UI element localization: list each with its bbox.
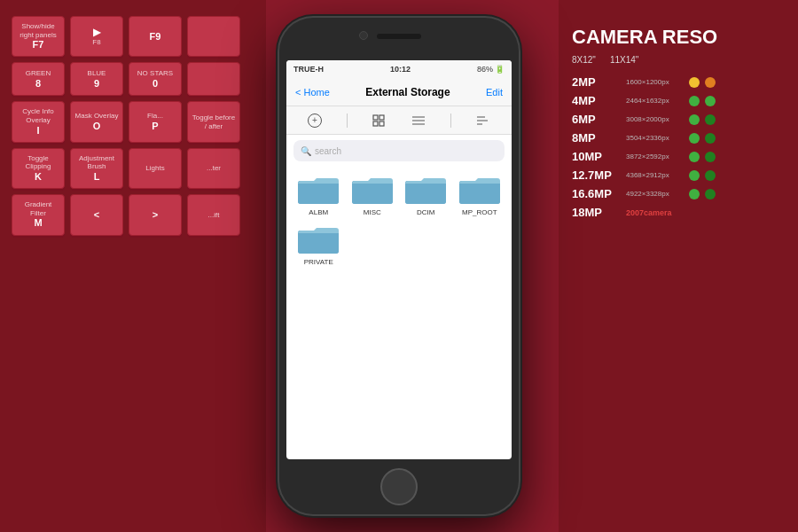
folder-icon-albm bbox=[298, 174, 339, 206]
chart-subtitle: 8X12" 11X14" bbox=[572, 55, 785, 65]
folder-name-dcim: DCIM bbox=[417, 208, 434, 216]
svg-rect-19 bbox=[298, 231, 339, 254]
keyboard-area: Show/hide right panels F7 ▶ F8 F9 GREEN … bbox=[0, 0, 266, 532]
toolbar-list-btn[interactable] bbox=[411, 114, 426, 127]
folder-dcim[interactable]: DCIM bbox=[403, 174, 450, 216]
dot-166mp-2 bbox=[705, 189, 716, 200]
folder-mproot[interactable]: MP_ROOT bbox=[457, 174, 504, 216]
svg-rect-13 bbox=[352, 181, 393, 204]
key-ter[interactable]: ...ter bbox=[187, 148, 240, 189]
mp-6: 6MP bbox=[572, 113, 621, 126]
mp-18: 18MP bbox=[572, 206, 621, 219]
key-blue[interactable]: BLUE 9 bbox=[70, 62, 123, 96]
toolbar-divider-1 bbox=[347, 113, 348, 128]
dot-2mp-2 bbox=[705, 77, 716, 88]
key-cycle-info[interactable]: Cycle Info Overlay I bbox=[12, 101, 65, 142]
dot-4mp-1 bbox=[689, 96, 700, 106]
search-icon: 🔍 bbox=[301, 146, 311, 156]
phone-home-button[interactable] bbox=[380, 468, 418, 505]
chart-area: CAMERA RESO 8X12" 11X14" 2MP 1600×1200px… bbox=[559, 0, 798, 532]
file-grid-row2: PRIVATE bbox=[286, 223, 512, 273]
folder-icon-dcim bbox=[405, 174, 446, 206]
search-bar[interactable]: 🔍 search bbox=[293, 140, 505, 161]
key-toggle-clipping[interactable]: Toggle Clipping K bbox=[12, 148, 65, 189]
chart-row-18mp: 18MP 2007camera bbox=[572, 206, 785, 219]
key-green[interactable]: GREEN 8 bbox=[12, 62, 65, 96]
svg-rect-0 bbox=[373, 115, 378, 120]
folder-name-private: PRIVATE bbox=[304, 258, 333, 266]
mp-2: 2MP bbox=[572, 75, 621, 89]
battery-icon: 🔋 bbox=[495, 65, 505, 74]
key-blank2[interactable] bbox=[187, 62, 240, 96]
key-show-hide[interactable]: Show/hide right panels F7 bbox=[12, 16, 65, 57]
phone-speaker bbox=[377, 34, 421, 39]
svg-rect-3 bbox=[379, 121, 384, 126]
key-greater[interactable]: > bbox=[129, 194, 182, 235]
nav-title: External Storage bbox=[365, 86, 450, 98]
dot-166mp-1 bbox=[689, 189, 700, 200]
chart-row-127mp: 12.7MP 4368×2912px bbox=[572, 168, 785, 182]
svg-rect-15 bbox=[405, 181, 446, 204]
nav-edit-button[interactable]: Edit bbox=[486, 87, 503, 98]
key-gradient[interactable]: Gradient Filter M bbox=[12, 194, 65, 235]
toolbar-add-btn[interactable]: + bbox=[308, 113, 322, 128]
chart-size-1: 8X12" bbox=[572, 55, 596, 65]
mp-127: 12.7MP bbox=[572, 168, 621, 182]
dot-10mp-1 bbox=[689, 152, 700, 162]
svg-rect-11 bbox=[298, 181, 339, 204]
phone: TRUE-H 10:12 86% 🔋 < Home External Stora… bbox=[279, 18, 519, 514]
px-127: 4368×2912px bbox=[626, 171, 684, 179]
keyboard-grid: Show/hide right panels F7 ▶ F8 F9 GREEN … bbox=[4, 9, 247, 243]
dot-2mp-1 bbox=[689, 77, 700, 88]
phone-camera bbox=[359, 31, 368, 40]
folder-misc[interactable]: MISC bbox=[349, 174, 396, 216]
nav-back-button[interactable]: < Home bbox=[295, 87, 330, 98]
toolbar-divider-2 bbox=[450, 113, 451, 128]
status-bar: TRUE-H 10:12 86% 🔋 bbox=[286, 60, 512, 78]
toolbar-grid-btn[interactable] bbox=[372, 114, 387, 127]
svg-rect-2 bbox=[373, 121, 378, 126]
chart-row-6mp: 6MP 3008×2000px bbox=[572, 113, 785, 126]
px-10: 3872×2592px bbox=[626, 153, 684, 160]
dot-4mp-2 bbox=[705, 96, 716, 106]
chart-row-8mp: 8MP 3504×2336px bbox=[572, 131, 785, 145]
key-play[interactable]: ▶ F8 bbox=[70, 16, 123, 57]
key-fla[interactable]: Fla... P bbox=[129, 101, 182, 142]
key-mask-overlay[interactable]: Mask Overlay O bbox=[70, 101, 123, 142]
dot-10mp-2 bbox=[705, 152, 716, 162]
toolbar: + bbox=[286, 106, 512, 135]
dot-6mp-1 bbox=[689, 114, 700, 125]
key-f9[interactable]: F9 bbox=[129, 16, 182, 57]
folder-icon-misc bbox=[352, 174, 393, 206]
mp-10: 10MP bbox=[572, 150, 621, 163]
px-6: 3008×2000px bbox=[626, 115, 684, 123]
key-lights[interactable]: Lights bbox=[129, 148, 182, 189]
px-18: 2007camera bbox=[626, 208, 684, 217]
svg-rect-1 bbox=[379, 115, 384, 120]
key-ift[interactable]: ...ift bbox=[187, 194, 240, 235]
chart-row-10mp: 10MP 3872×2592px bbox=[572, 150, 785, 163]
key-less[interactable]: < bbox=[70, 194, 123, 235]
folder-name-albm: ALBM bbox=[309, 208, 328, 216]
time: 10:12 bbox=[390, 65, 411, 74]
chart-row-4mp: 4MP 2464×1632px bbox=[572, 94, 785, 107]
chart-title: CAMERA RESO bbox=[572, 27, 785, 48]
key-blank1[interactable] bbox=[187, 16, 240, 57]
dot-8mp-2 bbox=[705, 133, 716, 144]
file-grid-row1: ALBM MISC bbox=[286, 167, 512, 223]
dot-8mp-1 bbox=[689, 133, 700, 144]
carrier: TRUE-H bbox=[293, 65, 324, 74]
folder-name-mproot: MP_ROOT bbox=[462, 208, 497, 216]
dot-127mp-2 bbox=[705, 170, 716, 181]
folder-name-misc: MISC bbox=[364, 208, 381, 216]
folder-albm[interactable]: ALBM bbox=[295, 174, 342, 216]
toolbar-sort-btn[interactable] bbox=[476, 114, 490, 127]
mp-8: 8MP bbox=[572, 131, 621, 145]
key-no-stars[interactable]: NO STARS 0 bbox=[129, 62, 182, 96]
dot-127mp-1 bbox=[689, 170, 700, 181]
key-toggle-before[interactable]: Toggle before / after bbox=[187, 101, 240, 142]
nav-bar: < Home External Storage Edit bbox=[286, 78, 512, 106]
battery: 86% 🔋 bbox=[477, 65, 505, 74]
key-adjustment-brush[interactable]: Adjustment Brush L bbox=[70, 148, 123, 189]
folder-private[interactable]: PRIVATE bbox=[295, 223, 342, 266]
